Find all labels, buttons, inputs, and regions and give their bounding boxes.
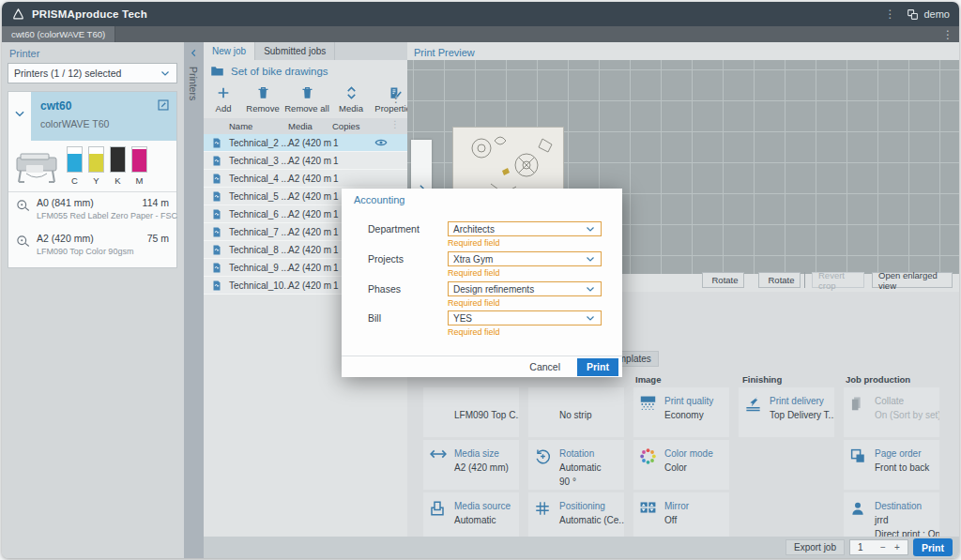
job-set-title: Set of bike drawings: [231, 66, 328, 77]
print-quality-tile[interactable]: Print quality Economy: [633, 387, 729, 437]
job-copies: 1: [333, 156, 339, 166]
section-finishing: Finishing: [742, 374, 782, 385]
chevron-down-icon: [585, 253, 596, 265]
job-media: A2 (420 m: [288, 156, 331, 166]
bill-dropdown[interactable]: YES: [448, 310, 602, 325]
eye-icon[interactable]: [374, 137, 388, 148]
action-bar: Export job 1 − + Print: [204, 537, 959, 558]
printer-sidebar: Printer Printers (1 / 12) selected cwt60…: [2, 42, 184, 558]
ink-levels: C Y K M: [67, 146, 147, 186]
department-dropdown[interactable]: Architects: [448, 221, 602, 236]
field-label: Department: [368, 223, 419, 235]
table-row[interactable]: Technical_2 ... A2 (420 m 1: [204, 134, 407, 152]
collapse-chevron-icon[interactable]: [13, 107, 26, 120]
ink-yellow: Y: [88, 146, 104, 186]
drawing-file-icon: [211, 155, 222, 167]
collapse-panel-chevron-icon[interactable]: [189, 48, 199, 58]
user-icon: [849, 499, 868, 538]
media-source-tile[interactable]: Media source Automatic: [423, 492, 519, 542]
export-job-button[interactable]: Export job: [786, 539, 845, 555]
field-label: Phases: [368, 283, 401, 295]
color-mode-tile[interactable]: Color mode Color: [633, 440, 729, 490]
print-delivery-icon: [744, 394, 763, 433]
printers-panel-strip: Printers: [184, 42, 204, 558]
toolbar-kebab-icon[interactable]: ⋮: [385, 93, 407, 104]
tab-bar-kebab-icon[interactable]: ⋮: [937, 29, 959, 40]
required-field-hint: Required field: [448, 238, 500, 248]
decrement-button[interactable]: −: [880, 542, 886, 552]
job-copies: 1: [333, 138, 339, 148]
tab-new-job[interactable]: New job: [204, 42, 255, 60]
positioning-tile[interactable]: Positioning Automatic (Ce...: [528, 492, 624, 542]
projects-dropdown[interactable]: Xtra Gym: [448, 251, 602, 266]
chevron-down-icon: [160, 68, 171, 79]
drawing-file-icon: [211, 208, 222, 220]
mirror-tile[interactable]: Mirror Off: [633, 492, 729, 542]
table-kebab-icon[interactable]: ⋮: [385, 120, 405, 129]
open-enlarged-view-button[interactable]: Open enlarged view: [872, 272, 953, 288]
chevron-down-icon: [585, 223, 596, 235]
app-menu-kebab-icon[interactable]: ⋮: [878, 8, 901, 20]
rotate-left-button[interactable]: Rotate: [702, 272, 744, 288]
cancel-button[interactable]: Cancel: [524, 359, 566, 374]
job-name: Technical_4 ...: [229, 174, 289, 184]
printer-window-tab[interactable]: cwt60 (colorWAVE T60): [2, 26, 115, 42]
phases-dropdown[interactable]: Design refinements: [448, 281, 602, 296]
tenant-icon: [907, 8, 919, 21]
roll-a0[interactable]: A0 (841 mm) 114 m LFM055 Red Label Zero …: [8, 192, 176, 228]
media-size-tile[interactable]: Media size A2 (420 mm): [423, 440, 519, 490]
printer-select-dropdown[interactable]: Printers (1 / 12) selected: [8, 63, 177, 83]
printers-vertical-tab[interactable]: Printers: [188, 67, 199, 100]
job-copies: 1: [333, 263, 339, 273]
rotate-right-button[interactable]: Rotate: [758, 272, 801, 288]
table-row[interactable]: Technical_3 ... A2 (420 m 1: [204, 152, 407, 170]
printer-illustration: [13, 148, 60, 186]
job-name: Technical_7 ...: [229, 227, 289, 237]
job-media: A2 (420 m: [288, 174, 331, 184]
table-row[interactable]: Technical_4 ... A2 (420 m 1: [204, 170, 407, 188]
edit-printer-icon[interactable]: [157, 98, 170, 112]
job-copies: 1: [333, 191, 339, 202]
print-button[interactable]: Print: [913, 538, 953, 556]
color-wheel-icon: [639, 446, 658, 486]
media-type-tile[interactable]: LFM090 Top C...: [423, 387, 519, 437]
increment-button[interactable]: +: [894, 542, 900, 552]
mirror-icon: [639, 499, 658, 538]
roll-a2[interactable]: A2 (420 mm) 75 m LFM090 Top Color 90gsm: [8, 228, 176, 264]
drawing-file-icon: [211, 173, 222, 185]
job-copies: 1: [333, 174, 339, 184]
page-order-icon: [849, 446, 868, 486]
remove-button[interactable]: Remove: [237, 85, 288, 114]
chevron-down-icon: [585, 312, 596, 324]
jobs-table-header: Name Media Copies ⋮: [204, 118, 407, 134]
copies-stepper[interactable]: 1 − +: [849, 539, 908, 555]
window: PRISMAproduce Tech ⋮ demo cwt60 (colorWA…: [2, 2, 959, 558]
drawing-file-icon: [211, 226, 222, 238]
print-delivery-tile[interactable]: Print delivery Top Delivery T...: [739, 387, 834, 437]
user-name: demo: [923, 8, 950, 20]
destination-tile[interactable]: Destination jrrd Direct print : On: [844, 492, 939, 542]
dialog-title: Accounting: [354, 194, 404, 205]
divider: [804, 272, 805, 288]
halftone-icon: [639, 394, 658, 433]
rotation-tile[interactable]: Rotation Automatic 90 °: [528, 440, 624, 490]
strip-tile[interactable]: No strip: [528, 387, 624, 437]
dialog-print-button[interactable]: Print: [577, 358, 618, 376]
collate-icon: [849, 394, 868, 433]
app-logo-icon: [11, 8, 25, 22]
printer-name: cwt60: [40, 99, 71, 113]
roll-icon: [16, 235, 30, 249]
printer-card-header: cwt60 colorWAVE T60: [31, 92, 176, 141]
tab-submitted-jobs[interactable]: Submitted jobs: [255, 42, 335, 60]
job-name: Technical_10..: [229, 280, 289, 291]
printer-card[interactable]: cwt60 colorWAVE T60 C: [8, 91, 177, 268]
media-rolls: A0 (841 mm) 114 m LFM055 Red Label Zero …: [8, 191, 176, 264]
user-menu[interactable]: demo: [907, 8, 950, 21]
job-copies: 1: [333, 280, 339, 291]
media-button[interactable]: Media: [326, 85, 376, 114]
page-order-tile[interactable]: Page order Front to back: [844, 440, 939, 490]
job-set-row[interactable]: Set of bike drawings: [210, 65, 328, 77]
drawing-file-icon: [211, 280, 222, 292]
printer-select-value: Printers (1 / 12) selected: [14, 68, 160, 79]
remove-all-button[interactable]: Remove all: [282, 85, 332, 114]
